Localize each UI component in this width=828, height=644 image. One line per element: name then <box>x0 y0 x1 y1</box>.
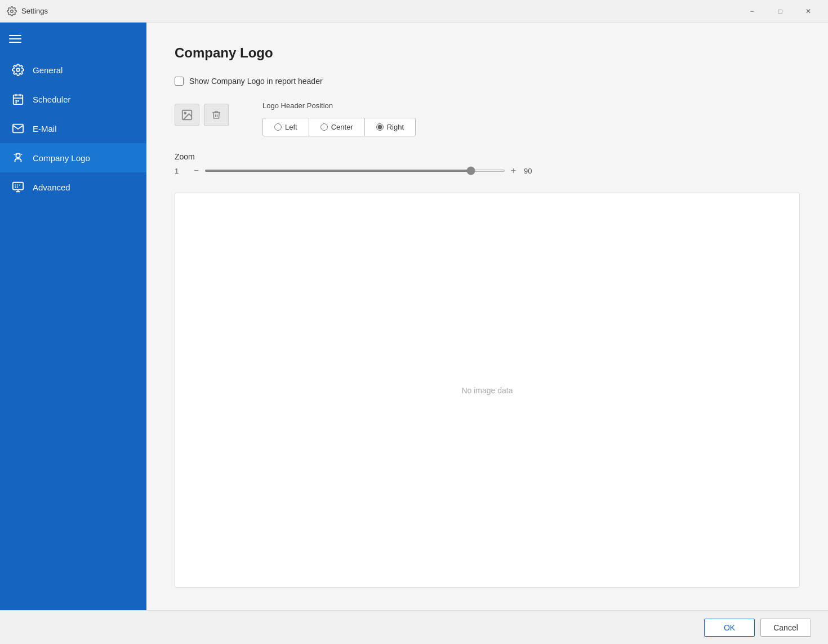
sidebar-item-general[interactable]: General <box>0 55 146 85</box>
radio-option-right[interactable]: Right <box>365 118 415 136</box>
zoom-slider-container: − + <box>192 166 518 176</box>
hamburger-line-2 <box>9 38 21 39</box>
sidebar-item-advanced[interactable]: Advanced <box>0 172 146 202</box>
sidebar-label-scheduler: Scheduler <box>33 95 71 104</box>
svg-rect-7 <box>17 100 19 102</box>
sidebar-item-email[interactable]: E-Mail <box>0 114 146 143</box>
hamburger-line-1 <box>9 35 21 36</box>
scheduler-icon <box>11 92 25 106</box>
logo-position-group: Logo Header Position Left Center Right <box>262 101 416 136</box>
hamburger-line-3 <box>9 42 21 43</box>
radio-option-left[interactable]: Left <box>263 118 309 136</box>
email-icon <box>11 122 25 135</box>
radio-label-left: Left <box>285 123 297 131</box>
zoom-row: 1 − + 90 <box>175 166 800 176</box>
image-preview-area: No image data <box>175 193 800 588</box>
close-button[interactable]: ✕ <box>795 2 821 20</box>
sidebar-item-company-logo[interactable]: Company Logo <box>0 143 146 172</box>
ok-button[interactable]: OK <box>704 619 755 637</box>
gear-icon <box>11 63 25 77</box>
content-area: Company Logo Show Company Logo in report… <box>146 23 828 610</box>
svg-point-16 <box>184 112 186 114</box>
footer: OK Cancel <box>0 610 828 644</box>
upload-image-button[interactable] <box>175 104 199 126</box>
show-logo-checkbox[interactable] <box>175 77 184 86</box>
sidebar-label-general: General <box>33 65 63 75</box>
window-title: Settings <box>21 7 739 15</box>
settings-icon <box>7 6 17 16</box>
sidebar-label-company-logo: Company Logo <box>33 153 90 163</box>
zoom-slider[interactable] <box>204 170 505 172</box>
zoom-max-value: 90 <box>524 167 535 175</box>
radio-label-center: Center <box>331 123 353 131</box>
maximize-button[interactable]: □ <box>767 2 793 20</box>
sidebar-label-advanced: Advanced <box>33 183 70 192</box>
radio-label-right: Right <box>387 123 404 131</box>
sidebar: General Scheduler <box>0 23 146 610</box>
svg-point-9 <box>16 154 20 158</box>
zoom-min-value: 1 <box>175 167 186 175</box>
svg-rect-2 <box>14 95 23 105</box>
svg-rect-6 <box>15 100 17 102</box>
svg-rect-8 <box>15 103 17 104</box>
cancel-button[interactable]: Cancel <box>760 619 811 637</box>
image-buttons <box>175 101 229 126</box>
minimize-button[interactable]: − <box>739 2 765 20</box>
show-logo-label[interactable]: Show Company Logo in report header <box>189 77 323 86</box>
radio-left[interactable] <box>274 123 282 131</box>
hamburger-menu[interactable] <box>0 23 146 55</box>
controls-row: Logo Header Position Left Center Right <box>175 101 800 136</box>
title-bar: Settings − □ ✕ <box>0 0 828 23</box>
delete-image-button[interactable] <box>204 104 229 126</box>
zoom-plus-button[interactable]: + <box>509 166 518 176</box>
show-logo-checkbox-row: Show Company Logo in report header <box>175 77 800 86</box>
svg-point-0 <box>11 10 14 12</box>
svg-point-1 <box>16 68 20 72</box>
advanced-icon <box>11 180 25 194</box>
radio-right[interactable] <box>376 123 384 131</box>
svg-rect-10 <box>13 183 23 190</box>
sidebar-item-scheduler[interactable]: Scheduler <box>0 85 146 114</box>
logo-position-label: Logo Header Position <box>262 101 416 110</box>
radio-option-center[interactable]: Center <box>309 118 365 136</box>
no-image-placeholder: No image data <box>461 386 513 395</box>
logo-position-radio-group: Left Center Right <box>262 118 416 136</box>
company-logo-icon <box>11 151 25 165</box>
sidebar-label-email: E-Mail <box>33 124 57 134</box>
main-container: General Scheduler <box>0 23 828 610</box>
zoom-label: Zoom <box>175 152 800 161</box>
window-controls: − □ ✕ <box>739 2 821 20</box>
zoom-section: Zoom 1 − + 90 <box>175 152 800 176</box>
page-title: Company Logo <box>175 45 800 61</box>
zoom-minus-button[interactable]: − <box>192 166 201 176</box>
radio-center[interactable] <box>320 123 328 131</box>
